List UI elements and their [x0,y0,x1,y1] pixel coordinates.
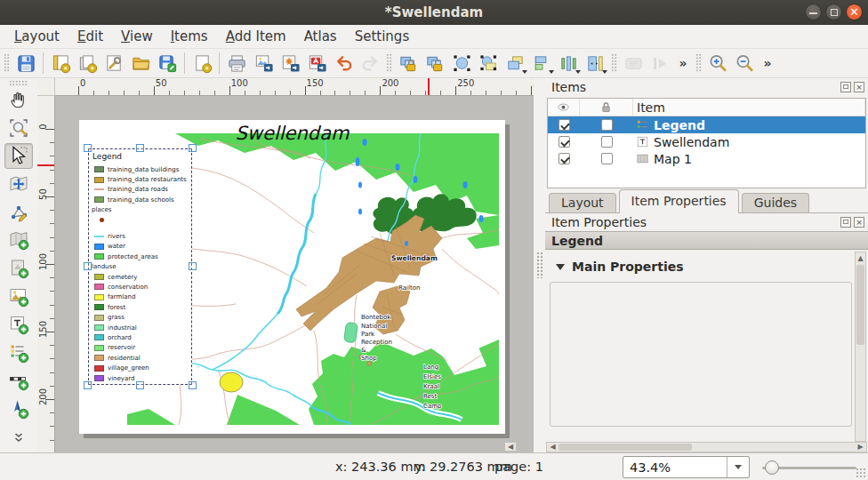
layout-canvas[interactable]: Swellendam [55,96,534,452]
resize-handle[interactable] [189,381,197,389]
add-north-arrow-tool-button[interactable] [4,396,33,422]
align-items-button[interactable] [529,51,554,76]
visibility-checkbox[interactable] [559,153,570,164]
resize-handle[interactable] [136,144,144,152]
add-3d-map-tool-button[interactable] [4,256,33,282]
visibility-checkbox[interactable] [559,119,570,131]
menu-layout[interactable]: Layout [5,26,68,47]
lock-checkbox[interactable] [601,136,613,148]
close-panel-icon[interactable]: × [854,217,864,228]
zoom-in-icon [708,53,728,74]
eye-icon [557,100,570,114]
toolbar-overflow-button[interactable]: » [674,51,692,76]
duplicate-layout-button[interactable] [75,51,100,76]
float-panel-icon[interactable] [840,82,851,92]
zoom-slider-handle[interactable] [765,460,779,475]
save-template-button[interactable] [155,51,180,76]
undo-button[interactable] [331,51,356,76]
resize-handle[interactable] [84,144,92,152]
layout-page[interactable]: Swellendam [79,120,505,434]
scroll-up-icon[interactable]: ▲ [856,253,864,263]
scroll-left-icon[interactable]: ◀ [548,443,558,452]
dock-tab[interactable]: Guides [742,193,809,212]
unlock-items-button[interactable] [422,51,447,76]
canvas-scroll-arrow[interactable]: ◀ [504,442,517,452]
resize-handle[interactable] [84,262,92,270]
page-title-label[interactable]: Swellendam [79,123,505,144]
legend-item[interactable]: Legend training_data buildings training_… [88,148,192,385]
more-tools-tool-button[interactable] [4,424,33,450]
cursor-x-marker [428,78,430,95]
raise-items-button[interactable] [502,51,527,76]
float-panel-icon[interactable] [840,217,851,228]
new-layout-button[interactable] [48,51,73,76]
menu-items[interactable]: Items [162,26,217,47]
export-image-button[interactable] [251,51,276,76]
resize-handle[interactable] [136,381,144,389]
zoom-tool-button[interactable] [4,115,33,140]
print-button[interactable] [224,51,249,76]
lock-checkbox[interactable] [601,153,613,164]
close-button[interactable]: ✕ [846,4,863,20]
select-move-tool-button[interactable] [4,143,33,169]
items-table-row[interactable]: Swellendam [548,133,865,150]
properties-horizontal-scrollbar[interactable]: ◀ ▶ [546,442,867,452]
add-scalebar-tool-button[interactable] [4,368,33,394]
maximize-button[interactable] [825,4,842,20]
items-table-row[interactable]: Legend [548,116,865,133]
menu-atlas[interactable]: Atlas [295,26,346,47]
resize-handle[interactable] [189,262,197,270]
lock-checkbox[interactable] [601,119,613,131]
new-layout-icon [51,53,71,74]
dock-tab[interactable]: Layout [549,193,616,212]
menu-bar: LayoutEditViewItemsAdd ItemAtlasSettings [0,25,868,49]
lock-items-button[interactable] [396,51,421,76]
legend-entry-label: industrial [108,324,137,332]
duplicate-layout-icon [77,53,98,74]
distribute-items-button[interactable] [556,51,581,76]
zoom-out-button[interactable] [732,51,757,76]
zoom-level-combobox[interactable]: 43.4% [623,456,750,478]
legend-entry-label: water [108,243,125,250]
menu-view[interactable]: View [112,26,162,47]
pan-tool-button[interactable] [4,87,33,113]
menu-add-item[interactable]: Add Item [217,26,295,47]
properties-vertical-scrollbar[interactable]: ▲ [855,252,866,442]
items-table-row[interactable]: Map 1 [548,150,865,167]
add-label-tool-button[interactable] [4,312,33,338]
title-bar[interactable]: *Swellendam ✕ [0,0,868,25]
select-all-button[interactable] [449,51,474,76]
legend-swatch [94,324,104,331]
resize-items-button[interactable] [583,51,607,76]
ruler-tick-label: 0 [38,114,48,140]
menu-edit[interactable]: Edit [68,26,112,47]
add-map-tool-button[interactable] [4,228,33,253]
open-folder-button[interactable] [128,51,153,76]
resize-handle[interactable] [189,144,197,152]
dock-tabbar: Layout Item Properties Guides [545,188,868,213]
visibility-checkbox[interactable] [559,136,570,148]
add-picture-tool-button[interactable] [4,284,33,309]
resize-handle[interactable] [84,381,92,389]
zoom-dropdown-button[interactable] [727,457,749,477]
window-resize-grip[interactable] [856,468,866,478]
layout-manager-button[interactable] [101,51,126,76]
close-panel-icon[interactable]: × [854,82,864,92]
edit-nodes-tool-button[interactable] [4,199,33,225]
export-pdf-button[interactable] [304,51,329,76]
deselect-all-button[interactable] [476,51,501,76]
export-svg-button[interactable] [277,51,302,76]
menu-settings[interactable]: Settings [346,26,419,47]
main-properties-section[interactable]: Main Properties [556,260,684,274]
add-pages-button[interactable] [189,51,214,76]
legend-entry: water [88,242,192,252]
zoom-in-button[interactable] [705,51,730,76]
add-legend-tool-button[interactable] [4,340,33,365]
move-content-tool-button[interactable] [4,172,33,197]
minimize-button[interactable] [805,4,822,20]
scroll-right-icon[interactable]: ▶ [856,443,865,452]
save-button[interactable] [13,51,38,76]
toolbar-overflow-button[interactable]: » [759,51,776,76]
dock-tab[interactable]: Item Properties [619,189,739,213]
panel-splitter[interactable] [534,78,545,452]
